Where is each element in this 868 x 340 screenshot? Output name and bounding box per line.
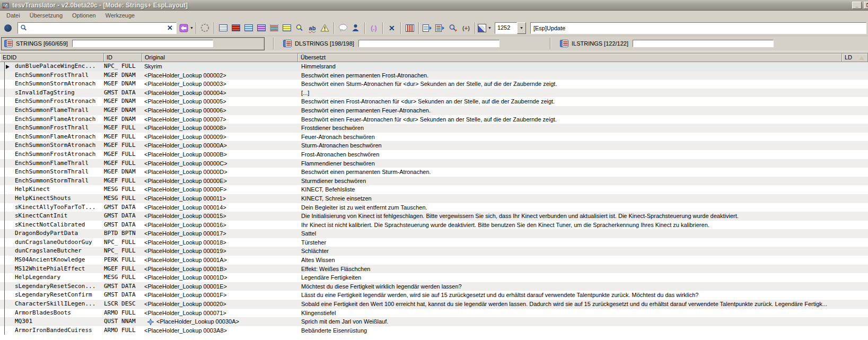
warnings-button[interactable] bbox=[319, 22, 331, 34]
filter-validated-button[interactable] bbox=[255, 22, 268, 34]
edid-cell: EnchSummonStormThrall bbox=[15, 168, 89, 175]
uebersetzt-cell: Effekt: Weißes Fläschchen bbox=[298, 265, 842, 274]
window-title: tesvTranslator - v2.0beta20c - [Mode: St… bbox=[12, 2, 188, 9]
table-row[interactable]: EnchSummonFrostThrall MGEF DNAM <PlaceHo… bbox=[0, 71, 868, 80]
column-header-ld[interactable]: LD bbox=[842, 54, 868, 62]
column-header-id[interactable]: ID bbox=[104, 54, 142, 62]
table-row[interactable]: dunCragslaneButcher NPC_ FULL <PlaceHold… bbox=[0, 247, 868, 256]
table-row[interactable]: EnchSummonFlameAtronach MGEF DNAM <Place… bbox=[0, 115, 868, 124]
uebersetzt-cell: Ihr Kinect ist nicht kalibriert. Die Spr… bbox=[298, 221, 842, 230]
export-translation-button[interactable] bbox=[434, 22, 447, 34]
export-list-button[interactable] bbox=[422, 22, 434, 34]
filter-mixed-button[interactable] bbox=[268, 22, 280, 34]
edid-cell: DragonBodyPartData bbox=[15, 230, 78, 237]
edid-cell: CharacterSkillILegen... bbox=[15, 300, 95, 307]
minimize-button[interactable]: _ bbox=[852, 2, 862, 9]
menu-uebersetzung[interactable]: Übersetzung bbox=[25, 11, 67, 20]
edid-cell: dunCragslaneOutdoorGuy bbox=[15, 239, 92, 246]
table-row[interactable]: sKinectCantInit GMST DATA <PlaceHolder_L… bbox=[0, 212, 868, 221]
codepage-dropdown-button[interactable]: ▼ bbox=[517, 22, 526, 34]
tab-ilstrings-label: ILSTRINGS [122/122] bbox=[572, 40, 628, 47]
selection-tool-button[interactable] bbox=[199, 22, 212, 34]
search-input[interactable] bbox=[27, 25, 166, 31]
dropdown-caret-icon: ▼ bbox=[520, 26, 523, 30]
globe-button[interactable] bbox=[2, 22, 14, 34]
table-row[interactable]: EnchSummonStormAtronach MGEF FULL <Place… bbox=[0, 141, 868, 150]
table-row[interactable]: EnchSummonFrostAtronach MGEF DNAM <Place… bbox=[0, 97, 868, 106]
table-row[interactable]: MS04AncientKnowledge PERK FULL <PlaceHol… bbox=[0, 256, 868, 265]
edid-cell: EnchSummonFrostThrall bbox=[15, 124, 89, 131]
table-row[interactable]: EnchSummonStormThrall MGEF DNAM <PlaceHo… bbox=[0, 168, 868, 177]
table-row[interactable]: DragonBodyPartData BPTD BPTN <PlaceHolde… bbox=[0, 229, 868, 238]
table-row[interactable]: sInvalidTagString GMST DATA <PlaceHolder… bbox=[0, 89, 868, 98]
menu-datei[interactable]: Datei bbox=[2, 11, 25, 20]
column-header-original[interactable]: Original bbox=[142, 54, 298, 62]
insert-token-button[interactable]: (+) bbox=[460, 22, 472, 34]
table-row[interactable]: EnchSummonFlameThrall MGEF DNAM <PlaceHo… bbox=[0, 106, 868, 115]
table-row[interactable]: dunBluePalaceWingEnc... NPC_ FULL Skyrim… bbox=[0, 62, 868, 71]
filter-search-results-button[interactable] bbox=[293, 22, 306, 34]
esp-status-input[interactable] bbox=[533, 25, 863, 31]
search-replace-button[interactable] bbox=[447, 22, 460, 34]
table-row[interactable]: EnchSummonFrostThrall MGEF FULL <PlaceHo… bbox=[0, 124, 868, 133]
table-row[interactable]: ArmorBladesBoots ARMO FULL <PlaceHolder_… bbox=[0, 309, 868, 318]
table-row[interactable]: CharacterSkillILegen... LSCR DESC <Place… bbox=[0, 300, 868, 309]
menu-optionen[interactable]: Optionen bbox=[67, 11, 101, 20]
columns-view-button[interactable] bbox=[404, 22, 416, 34]
npc-voice-button[interactable] bbox=[349, 22, 362, 34]
esp-status-field[interactable] bbox=[530, 22, 866, 34]
table-row[interactable]: HelpKinectShouts MESG FULL <PlaceHolder_… bbox=[0, 194, 868, 203]
table-row[interactable]: EnchSummonFlameThrall MGEF FULL <PlaceHo… bbox=[0, 159, 868, 168]
filter-highlighted-button[interactable] bbox=[280, 22, 293, 34]
table-row[interactable]: MQ301 QUST NNAM <PlaceHolder_Lookup 0003… bbox=[0, 317, 868, 326]
ld-cell bbox=[842, 141, 868, 150]
original-cell: <PlaceHolder_Lookup 00001D> bbox=[144, 273, 227, 282]
filter-untranslated-button[interactable] bbox=[230, 22, 242, 34]
uebersetzt-cell: Beschwört einen permanenten Frost-Atrona… bbox=[298, 71, 842, 80]
current-row-marker-icon bbox=[6, 65, 10, 69]
table-row[interactable]: ArmorIronBandedCuiress ARMO FULL <PlaceH… bbox=[0, 326, 868, 335]
table-row[interactable]: EnchSummonFlameAtronach MGEF FULL <Place… bbox=[0, 133, 868, 142]
edid-cell: ArmorBladesBoots bbox=[15, 309, 71, 316]
ld-cell bbox=[842, 150, 868, 159]
original-cell: <PlaceHolder_Lookup 000011> bbox=[144, 194, 226, 203]
table-row[interactable]: dunCragslaneOutdoorGuy NPC_ FULL <PlaceH… bbox=[0, 238, 868, 247]
dropdown-caret-icon[interactable]: ▼ bbox=[488, 26, 492, 30]
column-header-uebersetzt[interactable]: Übersetzt bbox=[298, 54, 842, 62]
table-row[interactable]: EnchSummonStormAtronach MGEF DNAM <Place… bbox=[0, 80, 868, 89]
maximize-button[interactable]: ❒ bbox=[864, 2, 868, 9]
filter-all-button[interactable] bbox=[217, 22, 230, 34]
table-row[interactable]: HelpLegendary MESG FULL <PlaceHolder_Loo… bbox=[0, 273, 868, 282]
table-row[interactable]: EnchSummonFrostAtronach MGEF FULL <Place… bbox=[0, 150, 868, 159]
tab-strings[interactable]: STRINGS [660/659] bbox=[1, 37, 265, 50]
regex-parens-button[interactable]: (.) bbox=[367, 22, 380, 34]
dropdown-caret-icon[interactable]: ▼ bbox=[190, 26, 194, 30]
spellcheck-button[interactable]: ab bbox=[306, 22, 319, 34]
tab-dlstrings[interactable]: DLSTRINGS [198/198] bbox=[280, 37, 541, 50]
table-row[interactable]: sKinectNotCalibrated GMST DATA <PlaceHol… bbox=[0, 221, 868, 230]
menu-werkzeuge[interactable]: Werkzeuge bbox=[101, 11, 139, 20]
table-row[interactable]: sLegendaryResetSecon... GMST DATA <Place… bbox=[0, 282, 868, 291]
id-cell: GMST DATA bbox=[104, 89, 142, 98]
table-row[interactable]: EnchSummonStormThrall MGEF FULL <PlaceHo… bbox=[0, 177, 868, 186]
apply-translation-button[interactable]: ▼ bbox=[179, 22, 194, 34]
search-box[interactable]: ✕ bbox=[17, 22, 177, 34]
clear-search-icon[interactable]: ✕ bbox=[166, 24, 174, 31]
uebersetzt-cell: Altes Wissen bbox=[298, 256, 842, 265]
ld-cell bbox=[842, 256, 868, 265]
codepage-combobox[interactable]: 1252 ▼ bbox=[495, 22, 526, 34]
table-row[interactable]: HelpKinect MESG FULL <PlaceHolder_Lookup… bbox=[0, 185, 868, 194]
clear-filter-button[interactable]: ✕ bbox=[385, 22, 398, 34]
table-row[interactable]: sLegendaryResetConfirm GMST DATA <PlaceH… bbox=[0, 291, 868, 300]
id-cell: GMST DATA bbox=[104, 221, 142, 230]
filter-translated-button[interactable] bbox=[242, 22, 255, 34]
ld-cell bbox=[842, 106, 868, 115]
table-row[interactable]: MS12WhitePhialEffect MGEF FULL <PlaceHol… bbox=[0, 265, 868, 274]
original-cell: <PlaceHolder_Lookup 000004> bbox=[144, 89, 226, 98]
table-row[interactable]: sKinectAllyTooFarToT... GMST DATA <Place… bbox=[0, 203, 868, 212]
tab-ilstrings[interactable]: ILSTRINGS [122/122] bbox=[557, 37, 818, 50]
display-mode-button[interactable]: ▼ bbox=[478, 22, 492, 34]
comment-bubble-button[interactable] bbox=[337, 22, 349, 34]
column-header-edid[interactable]: EDID bbox=[0, 54, 104, 62]
ilstrings-tab-icon bbox=[560, 40, 568, 47]
